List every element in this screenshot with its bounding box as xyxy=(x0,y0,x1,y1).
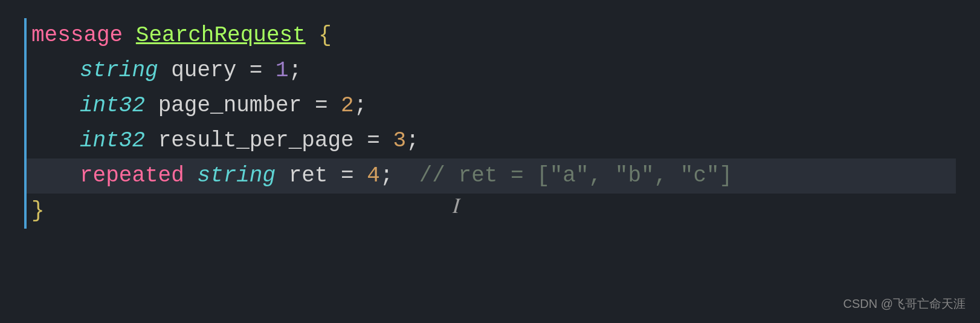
field-result-per-page: result_per_page = xyxy=(145,123,393,158)
comment: // ret = ["a", "b", "c"] xyxy=(393,158,733,194)
code-line-2: string query = 1 ; xyxy=(24,53,956,88)
code-block: message SearchRequest { string query = 1… xyxy=(24,18,956,229)
left-border-4 xyxy=(24,123,27,158)
left-border-6 xyxy=(24,194,27,229)
field-query: query = xyxy=(158,53,276,88)
code-line-6: } xyxy=(24,194,956,229)
type-int32-2: int32 xyxy=(80,123,145,158)
watermark: CSDN @飞哥亡命天涯 xyxy=(843,296,965,312)
semi-3: ; xyxy=(406,123,419,158)
semi-4: ; xyxy=(380,158,393,194)
num-4: 4 xyxy=(367,158,380,194)
field-ret: ret = xyxy=(276,158,367,194)
num-2: 2 xyxy=(341,88,354,123)
code-line-5: repeated string ret = 4 ; // ret = ["a",… xyxy=(24,158,956,194)
code-line-1: message SearchRequest { xyxy=(24,18,956,53)
semi-2: ; xyxy=(354,88,367,123)
field-page-number: page_number = xyxy=(145,88,341,123)
num-1: 1 xyxy=(276,53,289,88)
text-cursor: 𝐼 xyxy=(451,194,462,218)
space-1 xyxy=(123,18,136,53)
type-string-1: string xyxy=(80,53,158,88)
brace-open: { xyxy=(318,18,332,53)
code-editor: message SearchRequest { string query = 1… xyxy=(0,0,980,323)
keyword-repeated: repeated xyxy=(80,158,184,194)
semi-1: ; xyxy=(289,53,302,88)
left-border-3 xyxy=(24,88,27,123)
class-name: SearchRequest xyxy=(136,18,306,53)
left-border xyxy=(24,18,27,53)
space-5 xyxy=(184,158,198,194)
space-2 xyxy=(306,18,319,53)
num-3: 3 xyxy=(393,123,407,158)
type-string-2: string xyxy=(197,158,276,194)
brace-close: } xyxy=(31,194,45,229)
keyword-message: message xyxy=(31,18,123,53)
left-border-2 xyxy=(24,53,27,88)
type-int32-1: int32 xyxy=(80,88,145,123)
code-line-4: int32 result_per_page = 3 ; xyxy=(24,123,956,158)
code-line-3: int32 page_number = 2 ; xyxy=(24,88,956,123)
left-border-5 xyxy=(24,158,27,194)
